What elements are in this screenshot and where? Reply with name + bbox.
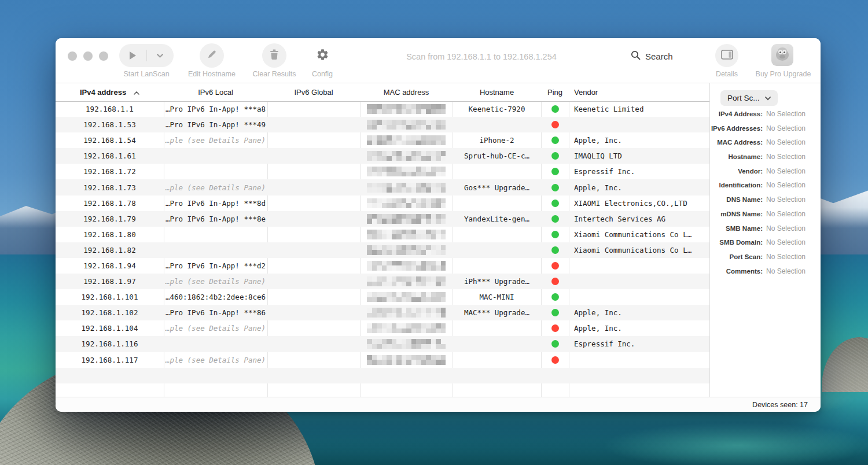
cell-vendor: Xiaomi Communications Co L… — [569, 227, 709, 242]
mac-address-blur — [367, 292, 446, 302]
table-row[interactable]: 192.168.1.82 Xiaomi Communications Co L… — [56, 242, 709, 258]
edit-hostname-label: Edit Hostname — [177, 70, 247, 78]
search-input[interactable]: Search — [631, 50, 673, 62]
cell-ipv6-local: …ple (see Details Pane) — [164, 274, 267, 289]
detail-field-row: Vendor: No Selection — [710, 167, 821, 182]
detail-field-value: No Selection — [766, 238, 806, 246]
clear-results-button[interactable] — [262, 43, 286, 68]
zoom-window-button[interactable] — [99, 51, 108, 61]
detail-field-label: MAC Address: — [710, 139, 763, 146]
cell-vendor — [569, 258, 709, 274]
table-row[interactable]: 192.168.1.72 Espressif Inc. — [56, 164, 709, 179]
trash-icon — [270, 49, 279, 62]
mac-address-blur — [367, 308, 446, 318]
cell-vendor: Apple, Inc. — [569, 179, 709, 195]
cell-mac-address — [360, 132, 453, 148]
column-header-vendor[interactable]: Vendor — [569, 88, 709, 97]
cell-ipv4-address: 192.168.1.72 — [56, 164, 164, 179]
devices-seen-count: Devices seen: 17 — [752, 401, 808, 409]
detail-field-row: Comments: No Selection — [710, 267, 821, 282]
cell-ipv6-global — [267, 117, 360, 132]
detail-field-value: No Selection — [766, 124, 806, 132]
detail-field-value: No Selection — [766, 267, 806, 275]
cell-ping — [541, 274, 569, 289]
table-row[interactable]: 192.168.1.117 …ple (see Details Pane) — [56, 352, 709, 368]
table-row[interactable]: 192.168.1.97 …ple (see Details Pane) iPh… — [56, 274, 709, 289]
cell-ipv6-local: …Pro IPv6 In-App! ***d2 — [164, 258, 267, 274]
detail-field-label: Vendor: — [710, 168, 763, 175]
table-row[interactable]: 192.168.1.61 Sprut-hub-CE-c… IMAQLIQ LTD — [56, 148, 709, 164]
cell-hostname: MAC*** Upgrade… — [453, 305, 541, 320]
toolbar: Start LanScan Edit Hostname Clear Result… — [56, 38, 821, 83]
table-row[interactable]: 192.168.1.1 …Pro IPv6 In-App! ***a8 Keen… — [56, 101, 709, 117]
cell-mac-address — [360, 336, 453, 352]
table-row[interactable]: 192.168.1.78 …Pro IPv6 In-App! ***8d XIA… — [56, 195, 709, 211]
table-row[interactable]: 192.168.1.80 Xiaomi Communications Co L… — [56, 227, 709, 242]
column-header-hostname[interactable]: Hostname — [453, 88, 541, 97]
cell-ping — [541, 383, 569, 397]
table-row[interactable]: 192.168.1.101 …460:1862:4b2:2dee:8ce6 MA… — [56, 289, 709, 305]
table-row[interactable]: 192.168.1.94 …Pro IPv6 In-App! ***d2 — [56, 258, 709, 274]
details-button[interactable] — [715, 44, 738, 67]
table-row[interactable]: 192.168.1.53 …Pro IPv6 In-App! ***49 — [56, 117, 709, 132]
details-panel-icon — [721, 50, 733, 62]
cell-vendor: XIAOMI Electronics,CO.,LTD — [569, 195, 709, 211]
table-row[interactable]: 192.168.1.73 …ple (see Details Pane) Gos… — [56, 179, 709, 195]
cell-ipv4-address: 192.168.1.117 — [56, 352, 164, 368]
column-header-ipv6-global[interactable]: IPv6 Global — [267, 88, 360, 97]
table-row[interactable]: 192.168.1.79 …Pro IPv6 In-App! ***8e Yan… — [56, 211, 709, 227]
cell-ipv6-global — [267, 179, 360, 195]
table-row[interactable]: 192.168.1.116 Espressif Inc. — [56, 336, 709, 352]
detail-field-value: No Selection — [766, 210, 806, 218]
cell-vendor: Apple, Inc. — [569, 132, 709, 148]
detail-field-label: IPv4 Address: — [710, 110, 763, 117]
cell-vendor — [569, 274, 709, 289]
close-window-button[interactable] — [68, 51, 77, 61]
sort-ascending-icon — [134, 88, 139, 97]
cell-ipv6-global — [267, 242, 360, 258]
cell-mac-address — [360, 352, 453, 368]
start-lanscan-button[interactable] — [119, 44, 174, 67]
column-header-ping[interactable]: Ping — [541, 88, 569, 97]
cell-hostname: iPh*** Upgrade… — [453, 274, 541, 289]
cell-hostname — [453, 164, 541, 179]
chevron-down-icon[interactable] — [147, 54, 174, 58]
port-scan-dropdown[interactable]: Port Sc... — [720, 90, 778, 106]
edit-hostname-button[interactable] — [200, 43, 224, 68]
cell-hostname — [453, 117, 541, 132]
cell-hostname — [453, 195, 541, 211]
ping-status-dot-green — [551, 136, 559, 144]
detail-field-value: No Selection — [766, 167, 806, 175]
config-button[interactable] — [312, 46, 332, 65]
cell-hostname: Keenetic-7920 — [453, 101, 541, 117]
column-header-mac[interactable]: MAC address — [360, 88, 453, 97]
cell-vendor: Apple, Inc. — [569, 320, 709, 336]
minimize-window-button[interactable] — [83, 51, 93, 61]
table-row-empty — [56, 383, 709, 397]
column-header-ipv4[interactable]: IPv4 address — [56, 88, 164, 97]
cell-ipv4-address: 192.168.1.94 — [56, 258, 164, 274]
pencil-icon — [207, 49, 217, 62]
table-row[interactable]: 192.168.1.102 …Pro IPv6 In-App! ***86 MA… — [56, 305, 709, 320]
cell-ping — [541, 211, 569, 227]
cell-ipv6-local — [164, 368, 267, 383]
cell-mac-address — [360, 274, 453, 289]
column-header-ipv6-local[interactable]: IPv6 Local — [164, 88, 267, 97]
table-row[interactable]: 192.168.1.104 …ple (see Details Pane) Ap… — [56, 320, 709, 336]
ping-status-dot-green — [551, 231, 559, 238]
cell-ipv6-global — [267, 352, 360, 368]
cell-ipv6-local — [164, 336, 267, 352]
buy-pro-upgrade-button[interactable] — [771, 44, 793, 66]
ping-status-dot-green — [551, 215, 559, 223]
detail-field-row: Hostname: No Selection — [710, 153, 821, 167]
cell-vendor: Keenetic Limited — [569, 101, 709, 117]
ping-status-dot-red — [551, 262, 559, 270]
mac-address-blur — [367, 151, 446, 161]
table-row[interactable]: 192.168.1.54 …ple (see Details Pane) iPh… — [56, 132, 709, 148]
config-label: Config — [299, 70, 345, 78]
cell-mac-address — [360, 305, 453, 320]
cell-hostname — [453, 242, 541, 258]
lanscan-window: Start LanScan Edit Hostname Clear Result… — [56, 38, 821, 412]
scan-range-title: Scan from 192.168.1.1 to 192.168.1.254 — [368, 52, 595, 61]
cell-ping — [541, 305, 569, 320]
